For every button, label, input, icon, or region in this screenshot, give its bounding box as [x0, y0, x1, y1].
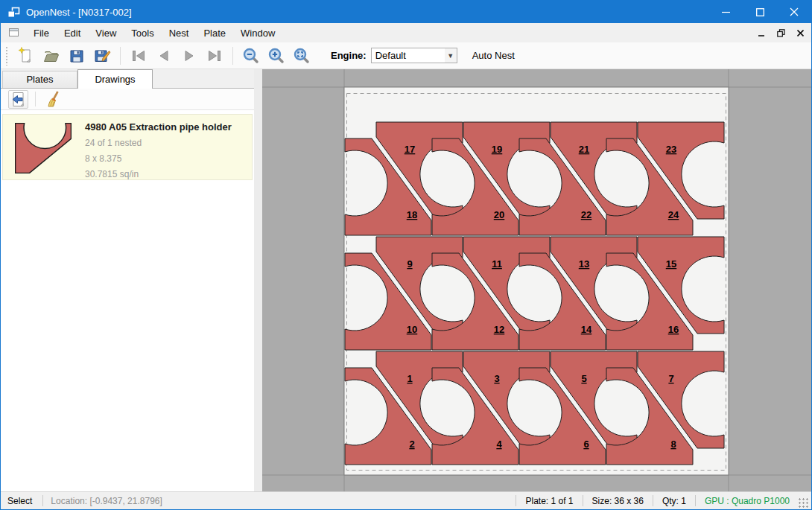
drawing-list-item[interactable]: 4980 A05 Extraction pipe holder 24 of 1 … — [2, 114, 253, 180]
part-number-label: 23 — [666, 144, 676, 155]
zoom-out-icon[interactable] — [239, 45, 263, 67]
mdi-close-icon[interactable] — [792, 25, 808, 40]
drawing-list: 4980 A05 Extraction pipe holder 24 of 1 … — [1, 109, 254, 491]
panel-tabstrip: Plates Drawings — [1, 69, 254, 89]
part-number-label: 4 — [496, 439, 502, 450]
part-number-label: 9 — [407, 258, 412, 270]
part-number-label: 1 — [407, 373, 412, 384]
part-number-label: 15 — [666, 258, 676, 270]
menu-bar: File Edit View Tools Nest Plate Window — [1, 23, 811, 42]
app-icon — [7, 7, 20, 18]
status-location: Location: [-0.9437, 21.8796] — [43, 496, 162, 506]
resize-grip-icon[interactable] — [799, 498, 809, 509]
part-thumbnail — [15, 123, 72, 173]
part-number-label: 21 — [579, 144, 589, 155]
part-number-label: 24 — [668, 209, 679, 220]
engine-value: Default — [372, 50, 445, 61]
part-number-label: 2 — [409, 439, 414, 450]
status-size: Size: 36 x 36 — [583, 496, 653, 506]
part-number-label: 16 — [668, 324, 679, 335]
drawings-toolbar — [1, 89, 254, 109]
part-number-label: 3 — [494, 373, 499, 384]
part-number-label: 13 — [579, 258, 589, 270]
part-number-label: 10 — [407, 324, 417, 335]
side-panel: Plates Drawings — [1, 69, 254, 491]
toolbar-separator — [232, 47, 233, 65]
maximize-icon[interactable] — [743, 1, 777, 23]
toolbar-separator — [120, 47, 121, 65]
go-next-icon[interactable] — [177, 45, 201, 67]
engine-select[interactable]: Default ▼ — [371, 48, 457, 63]
chevron-down-icon[interactable]: ▼ — [445, 48, 457, 63]
close-icon[interactable] — [777, 1, 811, 23]
menu-plate[interactable]: Plate — [196, 25, 233, 42]
save-icon[interactable] — [65, 45, 89, 67]
title-bar: OpenNest - [N0317-002] — [1, 1, 811, 23]
nest-canvas[interactable]: 171819202122232491011121314151612345678 — [262, 69, 811, 491]
menu-tools[interactable]: Tools — [124, 25, 161, 42]
zoom-in-icon[interactable] — [264, 45, 288, 67]
tab-drawings[interactable]: Drawings — [77, 69, 153, 89]
status-qty: Qty: 1 — [653, 496, 695, 506]
part-number-label: 12 — [494, 324, 504, 335]
part-number-label: 5 — [581, 373, 586, 384]
part-number-label: 8 — [670, 439, 676, 450]
main-area: Plates Drawings — [1, 69, 811, 491]
menu-nest[interactable]: Nest — [162, 25, 197, 42]
drawing-size: 8 x 8.375 — [85, 151, 232, 167]
zoom-extents-icon[interactable] — [290, 45, 314, 67]
part-number-label: 17 — [405, 144, 415, 155]
save-as-icon[interactable] — [90, 45, 114, 67]
status-mode: Select — [1, 496, 42, 506]
menu-view[interactable]: View — [88, 25, 124, 42]
menu-window[interactable]: Window — [233, 25, 282, 42]
panel-splitter[interactable] — [254, 69, 262, 491]
toolbar-separator — [35, 92, 36, 106]
menu-edit[interactable]: Edit — [57, 25, 88, 42]
part-number-label: 19 — [492, 144, 502, 155]
drawing-title: 4980 A05 Extraction pipe holder — [85, 121, 232, 133]
go-last-icon[interactable] — [203, 45, 226, 67]
part-thumbnail-shape — [16, 124, 72, 173]
part-number-label: 14 — [581, 324, 592, 335]
toolbar-grip[interactable] — [5, 46, 9, 66]
import-drawing-icon[interactable] — [8, 90, 28, 109]
new-document-icon[interactable] — [14, 45, 38, 67]
main-toolbar: Engine: Default ▼ Auto Nest — [1, 42, 811, 69]
app-window: OpenNest - [N0317-002] File Edit View To… — [0, 0, 812, 510]
part-number-label: 7 — [668, 373, 673, 384]
status-plate: Plate: 1 of 1 — [516, 496, 582, 506]
status-gpu: GPU : Quadro P1000 — [696, 496, 799, 506]
part-number-label: 20 — [494, 209, 504, 220]
go-previous-icon[interactable] — [152, 45, 176, 67]
clear-drawings-icon[interactable] — [42, 90, 63, 109]
part-number-label: 18 — [407, 209, 417, 220]
mdi-minimize-icon[interactable] — [753, 25, 770, 40]
engine-label: Engine: — [331, 50, 367, 61]
open-file-icon[interactable] — [39, 45, 63, 67]
drawing-area: 30.7815 sq/in — [85, 167, 232, 182]
menu-file[interactable]: File — [26, 25, 57, 42]
minimize-icon[interactable] — [708, 1, 743, 23]
window-title: OpenNest - [N0317-002] — [26, 7, 132, 18]
part-number-label: 22 — [581, 209, 591, 220]
part-number-label: 6 — [583, 439, 589, 450]
auto-nest-button[interactable]: Auto Nest — [466, 47, 521, 64]
status-bar: Select Location: [-0.9437, 21.8796] Plat… — [1, 491, 811, 509]
mdi-restore-icon[interactable] — [773, 25, 789, 40]
mdi-document-icon[interactable] — [8, 28, 20, 38]
tab-plates[interactable]: Plates — [2, 71, 77, 88]
drawing-item-meta: 4980 A05 Extraction pipe holder 24 of 1 … — [85, 121, 232, 173]
drawing-nested-count: 24 of 1 nested — [85, 136, 232, 151]
go-first-icon[interactable] — [127, 45, 150, 67]
part-number-label: 11 — [492, 258, 502, 270]
